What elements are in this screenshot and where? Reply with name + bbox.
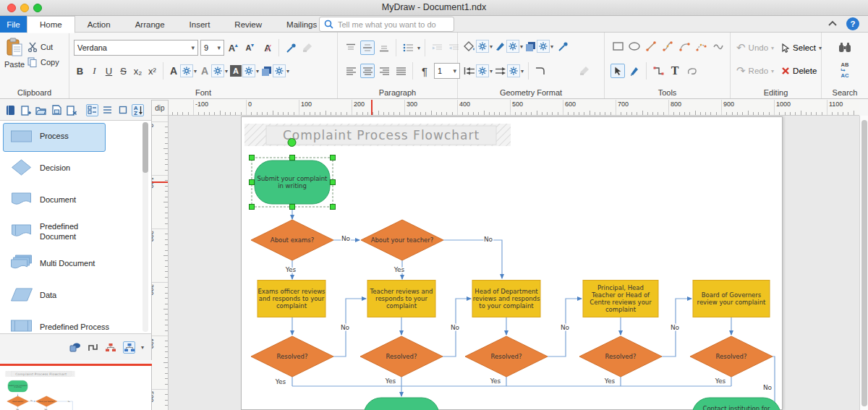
cut-button[interactable]: Cut <box>27 42 53 52</box>
library-more-caret[interactable]: ▾ <box>141 344 144 351</box>
font-size-select[interactable]: 9▾ <box>200 40 224 56</box>
format-eyedropper-button[interactable] <box>284 40 298 55</box>
strikethrough-button[interactable]: S <box>117 64 129 78</box>
node-end1[interactable] <box>364 398 439 410</box>
selection-handle[interactable] <box>331 205 336 210</box>
library-item-multi-document[interactable]: Multi Document <box>0 248 151 280</box>
org-chart-red-icon[interactable] <box>105 341 117 354</box>
ellipse-tool[interactable] <box>627 39 642 54</box>
page-preview-panel[interactable]: Complaint Process FlowchartNoYesYesNoNoN… <box>0 366 152 410</box>
shrink-font-button[interactable]: A▼ <box>243 40 258 55</box>
org-chart-blue-icon[interactable] <box>123 341 135 354</box>
line-spacing-select[interactable]: 1▾ <box>434 63 460 79</box>
select-button[interactable]: Select ▾ <box>781 43 822 53</box>
sort-az-button[interactable]: AZ <box>132 104 144 116</box>
align-center-button[interactable] <box>360 64 375 78</box>
geometry-eyedropper-button[interactable] <box>556 39 570 54</box>
bold-button[interactable]: B <box>74 64 86 78</box>
text-highlight-combo[interactable]: A ▾ <box>230 64 259 77</box>
font-outline-gear-icon[interactable] <box>211 64 224 77</box>
library-item-decision[interactable]: Decision <box>0 153 151 184</box>
library-scrollbar[interactable] <box>142 122 148 332</box>
redo-button[interactable]: ↷ Redo ▾ <box>736 64 774 77</box>
rotation-handle[interactable] <box>288 139 296 147</box>
selection-handle[interactable] <box>250 205 255 210</box>
subscript-button[interactable]: x₂ <box>132 64 144 78</box>
canvas-vertical-scrollbar[interactable] <box>859 116 868 410</box>
grow-font-button[interactable]: A▲ <box>226 40 241 55</box>
line-tool[interactable] <box>644 39 658 54</box>
help-button[interactable]: ? <box>846 17 859 30</box>
tab-home[interactable]: Home <box>27 16 75 33</box>
paste-button[interactable]: Paste <box>4 38 25 69</box>
tell-me-search-input[interactable] <box>338 20 449 29</box>
shadow-combo[interactable]: ▾ <box>525 40 553 53</box>
view-icons-button[interactable] <box>116 104 129 116</box>
pointer-tool[interactable] <box>610 64 625 78</box>
flowchart-svg[interactable]: Complaint Process FlowchartNoYesYesNoNoN… <box>169 116 859 410</box>
font-family-select[interactable]: Verdana▾ <box>74 40 198 56</box>
delete-button[interactable]: Delete <box>781 67 817 75</box>
save-library-button[interactable] <box>50 104 62 116</box>
corner-rounding-button[interactable] <box>533 64 548 78</box>
page-preview-thumbnail[interactable]: Complaint Process FlowchartNoYesYesNoNoN… <box>4 369 146 410</box>
undo-button[interactable]: ↶ Undo ▾ <box>736 41 774 54</box>
font-color-combo[interactable]: A ▾ <box>168 64 197 77</box>
library-scrollbar-thumb[interactable] <box>142 122 148 173</box>
align-left-button[interactable] <box>344 64 358 78</box>
view-list-button[interactable] <box>101 104 114 116</box>
text-fill-combo[interactable]: ▾ <box>261 64 289 77</box>
library-item-predefined-document[interactable]: Predefined Document <box>0 216 151 248</box>
find-button[interactable] <box>838 40 852 54</box>
superscript-button[interactable]: x² <box>146 64 158 78</box>
selection-handle[interactable] <box>331 155 336 161</box>
tell-me-search-box[interactable] <box>319 17 454 32</box>
remove-library-button[interactable] <box>65 104 77 116</box>
tab-arrange[interactable]: Arrange <box>123 16 177 33</box>
canvas-scrollbar-thumb[interactable] <box>861 120 867 406</box>
text-tool[interactable]: T <box>668 64 682 78</box>
open-library-button[interactable] <box>35 104 47 116</box>
shapes-3d-icon[interactable] <box>69 341 81 354</box>
drawing-canvas[interactable]: Complaint Process FlowchartNoYesYesNoNoN… <box>169 116 859 410</box>
align-bottom-button[interactable] <box>377 40 391 55</box>
library-item-predefined-process[interactable]: Predefined Process <box>0 312 151 334</box>
fill-combo[interactable]: ▾ <box>464 40 493 53</box>
stroke-combo[interactable]: ▾ <box>495 40 523 53</box>
arrowhead-begin-combo[interactable]: ▾ <box>464 64 493 77</box>
increase-indent-button[interactable] <box>430 40 444 55</box>
library-item-document[interactable]: Document <box>0 184 151 216</box>
tab-file[interactable]: File <box>0 16 27 33</box>
selection-handle[interactable] <box>250 180 255 185</box>
connector[interactable] <box>57 401 72 410</box>
font-outline-combo[interactable]: A ▾ <box>199 64 228 77</box>
view-thumbnails-with-text-button[interactable] <box>86 104 98 116</box>
connector[interactable] <box>333 299 366 356</box>
pen-tool[interactable] <box>627 64 642 78</box>
arc-tool[interactable] <box>677 39 692 54</box>
library-book-icon[interactable] <box>4 104 17 116</box>
connector-shapes-icon[interactable] <box>87 341 99 354</box>
selection-handle[interactable] <box>250 155 255 161</box>
library-item-process[interactable]: Process <box>0 121 151 153</box>
bullet-list-button[interactable] <box>401 40 415 55</box>
rectangle-tool[interactable] <box>610 39 625 54</box>
font-color-gear-icon[interactable] <box>180 64 193 77</box>
underline-button[interactable]: U <box>103 64 115 78</box>
selection-handle[interactable] <box>290 205 295 210</box>
curve-tool[interactable] <box>694 39 708 54</box>
paragraph-mark-icon[interactable]: ¶ <box>417 64 432 78</box>
bezier-tool[interactable] <box>660 39 675 54</box>
format-painter-button[interactable] <box>300 40 315 55</box>
bullet-list-caret[interactable]: ▾ <box>417 45 420 51</box>
align-right-button[interactable] <box>377 64 391 78</box>
new-library-button[interactable] <box>20 104 32 116</box>
tab-action[interactable]: Action <box>75 16 123 33</box>
freehand-tool[interactable] <box>710 39 725 54</box>
tab-review[interactable]: Review <box>222 16 274 33</box>
geometry-painter-button[interactable] <box>577 64 592 78</box>
library-item-data[interactable]: Data <box>0 280 151 312</box>
italic-button[interactable]: I <box>88 64 101 78</box>
align-top-button[interactable] <box>344 40 358 55</box>
connector[interactable] <box>443 240 502 278</box>
